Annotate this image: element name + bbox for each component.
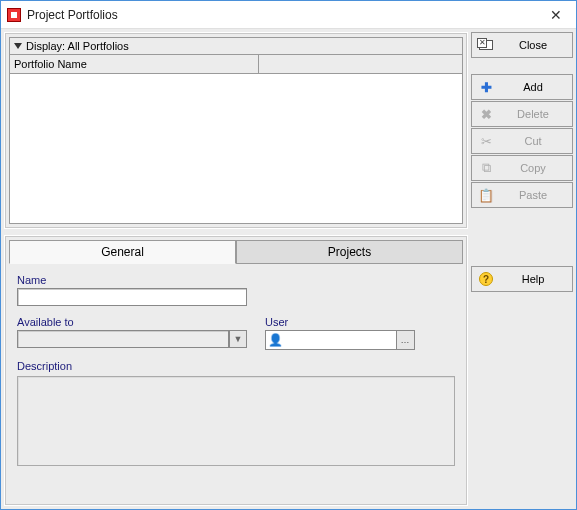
general-tab-content: Name Available to ▼ User (9, 264, 463, 474)
add-button[interactable]: ✚ Add (471, 74, 573, 100)
tab-general[interactable]: General (9, 240, 236, 264)
column-blank[interactable] (259, 55, 462, 73)
help-icon: ? (478, 272, 494, 286)
close-button[interactable]: Close (471, 32, 573, 58)
action-button-column: Close ✚ Add ✖ Delete ✂ Cut ⧉ Copy 📋 Past… (471, 32, 573, 506)
user-field[interactable]: 👤 … (265, 330, 415, 350)
available-to-dropdown-button[interactable]: ▼ (229, 330, 247, 348)
plus-icon: ✚ (478, 80, 494, 95)
scissors-icon: ✂ (478, 134, 494, 149)
name-input[interactable] (17, 288, 247, 306)
details-tabs: General Projects (9, 240, 463, 264)
user-browse-button[interactable]: … (396, 331, 414, 349)
paste-icon: 📋 (478, 188, 494, 203)
portfolio-grid-header: Portfolio Name (9, 55, 463, 74)
display-filter-label: Display: All Portfolios (26, 40, 129, 52)
titlebar: Project Portfolios ✕ (1, 1, 576, 29)
delete-icon: ✖ (478, 107, 494, 122)
project-portfolios-dialog: Project Portfolios ✕ Display: All Portfo… (0, 0, 577, 510)
delete-button[interactable]: ✖ Delete (471, 101, 573, 127)
available-to-combo[interactable]: ▼ (17, 330, 247, 348)
description-label: Description (17, 360, 455, 372)
portfolio-grid-body[interactable] (9, 74, 463, 224)
available-to-label: Available to (17, 316, 247, 328)
column-portfolio-name[interactable]: Portfolio Name (10, 55, 259, 73)
close-icon (478, 40, 494, 50)
available-to-input[interactable] (17, 330, 229, 348)
tab-projects[interactable]: Projects (236, 240, 463, 263)
app-icon (7, 8, 21, 22)
copy-icon: ⧉ (478, 160, 494, 176)
main-column: Display: All Portfolios Portfolio Name G… (4, 32, 468, 506)
window-title: Project Portfolios (27, 8, 542, 22)
name-label: Name (17, 274, 247, 286)
dialog-body: Display: All Portfolios Portfolio Name G… (1, 29, 576, 509)
user-icon: 👤 (266, 331, 284, 349)
copy-button[interactable]: ⧉ Copy (471, 155, 573, 181)
display-filter-row[interactable]: Display: All Portfolios (9, 37, 463, 55)
window-close-button[interactable]: ✕ (542, 5, 570, 25)
cut-button[interactable]: ✂ Cut (471, 128, 573, 154)
help-button[interactable]: ? Help (471, 266, 573, 292)
user-label: User (265, 316, 415, 328)
details-panel: General Projects Name Available to ▼ (4, 235, 468, 506)
description-input[interactable] (17, 376, 455, 466)
portfolio-list-panel: Display: All Portfolios Portfolio Name (4, 32, 468, 229)
paste-button[interactable]: 📋 Paste (471, 182, 573, 208)
chevron-down-icon (14, 43, 22, 49)
user-value (284, 331, 396, 349)
